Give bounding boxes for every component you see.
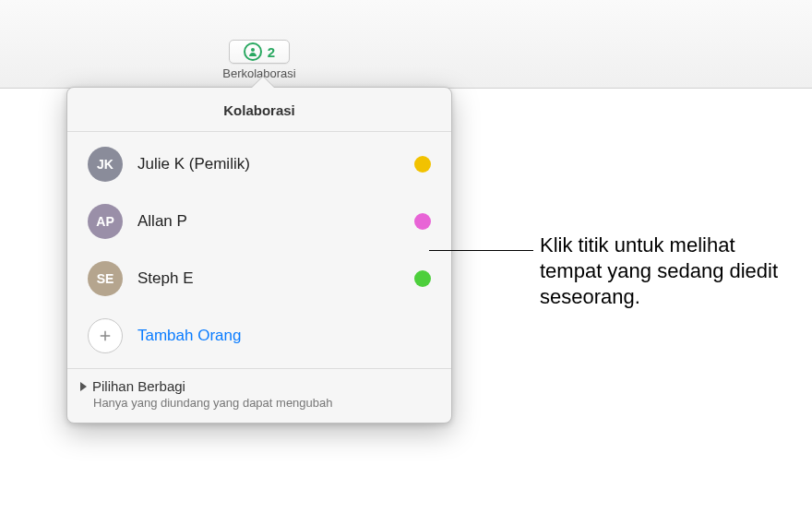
collaboration-count: 2 bbox=[268, 44, 275, 60]
presence-dot[interactable] bbox=[414, 213, 431, 230]
toolbar-background bbox=[0, 0, 812, 89]
participant-name: Steph E bbox=[137, 269, 400, 288]
add-people-label: Tambah Orang bbox=[137, 327, 431, 345]
participant-row[interactable]: AP Allan P bbox=[67, 193, 451, 250]
presence-dot[interactable] bbox=[414, 270, 431, 287]
collaboration-toolbar-button[interactable]: 2 bbox=[229, 40, 290, 64]
participants-list: JK Julie K (Pemilik) AP Allan P SE Steph… bbox=[67, 132, 451, 368]
collaboration-popover: Kolaborasi JK Julie K (Pemilik) AP Allan… bbox=[66, 87, 452, 424]
avatar: SE bbox=[88, 261, 123, 296]
avatar: AP bbox=[88, 204, 123, 239]
svg-point-0 bbox=[251, 48, 255, 52]
share-options-title: Pilihan Berbagi bbox=[92, 378, 185, 394]
participant-name: Julie K (Pemilik) bbox=[137, 155, 400, 173]
share-options-subtitle: Hanya yang diundang yang dapat mengubah bbox=[93, 396, 438, 410]
popover-title: Kolaborasi bbox=[67, 88, 451, 132]
avatar: JK bbox=[88, 147, 123, 182]
collaboration-icon bbox=[244, 42, 262, 61]
disclosure-triangle-icon[interactable] bbox=[80, 382, 87, 391]
participant-row[interactable]: JK Julie K (Pemilik) bbox=[67, 136, 451, 193]
participant-row[interactable]: SE Steph E bbox=[67, 250, 451, 307]
callout-text: Klik titik untuk melihat tempat yang sed… bbox=[540, 233, 798, 310]
callout-leader-line bbox=[429, 250, 533, 251]
participant-name: Allan P bbox=[137, 212, 400, 231]
add-people-row[interactable]: Tambah Orang bbox=[67, 307, 451, 364]
plus-icon bbox=[88, 318, 123, 353]
presence-dot[interactable] bbox=[414, 156, 431, 173]
share-options-section[interactable]: Pilihan Berbagi Hanya yang diundang yang… bbox=[67, 368, 451, 423]
